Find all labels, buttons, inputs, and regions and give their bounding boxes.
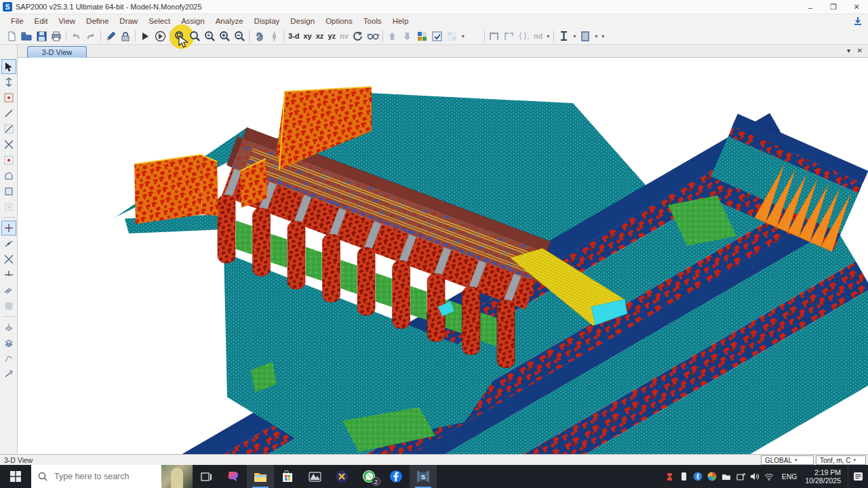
search-highlight-thumbnail[interactable] bbox=[161, 465, 193, 488]
notification-center-button[interactable] bbox=[848, 465, 868, 488]
tray-colors-icon[interactable] bbox=[705, 465, 719, 488]
frame-section-braces-icon[interactable] bbox=[517, 29, 532, 43]
maximize-button[interactable]: ❐ bbox=[822, 0, 845, 14]
language-indicator[interactable]: ENG bbox=[776, 472, 803, 481]
previous-zoom-icon[interactable] bbox=[202, 29, 217, 43]
ibeam-section-icon[interactable] bbox=[556, 29, 571, 43]
reshape-tool[interactable] bbox=[1, 75, 16, 90]
display-caret-icon[interactable]: ▾ bbox=[460, 33, 467, 39]
snap-to-midpoints-tool[interactable] bbox=[1, 236, 16, 251]
more-display-icon[interactable] bbox=[445, 29, 460, 43]
frame-section-rect-icon[interactable] bbox=[487, 29, 502, 43]
perspective-glasses-icon[interactable] bbox=[366, 29, 380, 43]
file-explorer-app-icon[interactable] bbox=[247, 465, 274, 488]
menu-tools[interactable]: Tools bbox=[358, 16, 387, 26]
extra-caret-icon[interactable]: ▾ bbox=[599, 33, 606, 39]
menu-help[interactable]: Help bbox=[387, 16, 414, 26]
menu-options[interactable]: Options bbox=[320, 16, 358, 26]
tray-folder-icon[interactable] bbox=[719, 465, 734, 488]
view-3d-button[interactable]: 3-d bbox=[286, 32, 302, 40]
gray-app-icon[interactable] bbox=[301, 465, 328, 488]
units-select[interactable]: Tonf, m, C▾ bbox=[816, 455, 866, 465]
set-display-options-icon[interactable] bbox=[430, 29, 445, 43]
draw-joint-tool[interactable] bbox=[1, 90, 16, 105]
save-icon[interactable] bbox=[34, 29, 49, 43]
start-button[interactable] bbox=[0, 465, 31, 488]
zoom-in-icon[interactable] bbox=[217, 29, 232, 43]
move-down-list-icon[interactable] bbox=[400, 29, 415, 43]
snap-to-intersections-tool[interactable] bbox=[1, 252, 16, 267]
taskbar-search[interactable] bbox=[31, 465, 193, 488]
zoom-window-icon[interactable] bbox=[187, 29, 202, 43]
view-xz-button[interactable]: xz bbox=[314, 32, 326, 40]
menu-display[interactable]: Display bbox=[249, 16, 285, 26]
tray-phone-icon[interactable] bbox=[677, 465, 691, 488]
rotate-view-icon[interactable] bbox=[351, 29, 366, 43]
draw-frame-tool[interactable] bbox=[1, 106, 16, 121]
extrude-view-tool[interactable] bbox=[1, 320, 16, 335]
area-section-icon[interactable] bbox=[578, 29, 593, 43]
task-view-button[interactable] bbox=[193, 465, 220, 488]
tab-close-icon[interactable]: ✕ bbox=[857, 47, 863, 54]
view-nv-button[interactable]: nv bbox=[338, 32, 351, 40]
solid-view-tool[interactable] bbox=[1, 367, 16, 381]
quick-draw-frame-tool[interactable] bbox=[1, 121, 16, 136]
search-input[interactable] bbox=[53, 471, 155, 482]
view-yz-button[interactable]: yz bbox=[326, 32, 338, 40]
quick-draw-braces-tool[interactable] bbox=[1, 137, 16, 152]
frame-nd-button[interactable]: nd bbox=[532, 32, 545, 40]
frame-caret-icon[interactable]: ▾ bbox=[545, 33, 551, 39]
draw-rect-area-tool[interactable] bbox=[1, 184, 16, 199]
copilot-app-icon[interactable] bbox=[220, 465, 247, 488]
print-icon[interactable] bbox=[49, 29, 64, 43]
area-caret-icon[interactable]: ▾ bbox=[593, 33, 599, 39]
menu-design[interactable]: Design bbox=[285, 16, 320, 26]
redo-icon[interactable] bbox=[83, 29, 98, 43]
menu-analyze[interactable]: Analyze bbox=[210, 16, 249, 26]
snap-to-lines-tool[interactable] bbox=[1, 283, 16, 298]
menu-select[interactable]: Select bbox=[143, 16, 176, 26]
close-button[interactable]: ✕ bbox=[845, 0, 868, 14]
draw-pen-icon[interactable] bbox=[103, 29, 118, 43]
select-pointer-tool[interactable] bbox=[1, 59, 16, 74]
download-icon[interactable] bbox=[853, 16, 863, 26]
microsoft-store-app-icon[interactable] bbox=[274, 465, 301, 488]
pan-hand-icon[interactable] bbox=[252, 29, 267, 43]
quick-draw-area-tool[interactable] bbox=[1, 200, 16, 214]
tray-bluetooth-icon[interactable] bbox=[691, 465, 705, 488]
model-view-canvas[interactable] bbox=[18, 58, 868, 454]
open-file-icon[interactable] bbox=[19, 29, 34, 43]
x-app-icon[interactable] bbox=[328, 465, 355, 488]
new-model-icon[interactable] bbox=[4, 29, 19, 43]
zoom-out-icon[interactable] bbox=[232, 29, 247, 43]
minimize-button[interactable]: – bbox=[799, 0, 822, 14]
snap-to-grid-tool[interactable] bbox=[1, 299, 16, 314]
run-icon[interactable] bbox=[138, 29, 153, 43]
tab-3d-view[interactable]: 3-D View bbox=[27, 46, 87, 58]
ibeam-caret-icon[interactable]: ▾ bbox=[571, 33, 578, 39]
tab-list-caret-icon[interactable]: ▾ bbox=[847, 47, 850, 54]
whatsapp-app-icon[interactable]: 2 bbox=[355, 465, 382, 488]
object-display-options-icon[interactable] bbox=[415, 29, 430, 43]
menu-edit[interactable]: Edit bbox=[29, 16, 54, 26]
menu-define[interactable]: Define bbox=[81, 16, 114, 26]
view-xy-button[interactable]: xy bbox=[302, 32, 314, 40]
shell-view-tool[interactable] bbox=[1, 335, 16, 350]
tray-speaker-icon[interactable] bbox=[748, 465, 762, 488]
draw-poly-area-tool[interactable] bbox=[1, 168, 16, 183]
taskbar-clock[interactable]: 2:19 PM 10/28/2025 bbox=[802, 468, 848, 485]
tray-network-icon[interactable] bbox=[762, 465, 776, 488]
coordinate-system-select[interactable]: GLOBAL▾ bbox=[761, 455, 814, 465]
menu-file[interactable]: File bbox=[5, 16, 29, 26]
limits-icon[interactable] bbox=[267, 29, 281, 43]
facebook-app-icon[interactable] bbox=[382, 465, 410, 488]
draw-special-joint-tool[interactable] bbox=[1, 153, 16, 168]
snap-to-perpendicular-tool[interactable] bbox=[1, 267, 16, 282]
lock-icon[interactable] bbox=[118, 29, 133, 43]
menu-draw[interactable]: Draw bbox=[114, 16, 143, 26]
frame-section-shape-icon[interactable] bbox=[502, 29, 517, 43]
menu-view[interactable]: View bbox=[53, 16, 81, 26]
undo-icon[interactable] bbox=[68, 29, 83, 43]
snap-to-joints-tool[interactable] bbox=[1, 221, 16, 236]
move-up-list-icon[interactable] bbox=[385, 29, 400, 43]
